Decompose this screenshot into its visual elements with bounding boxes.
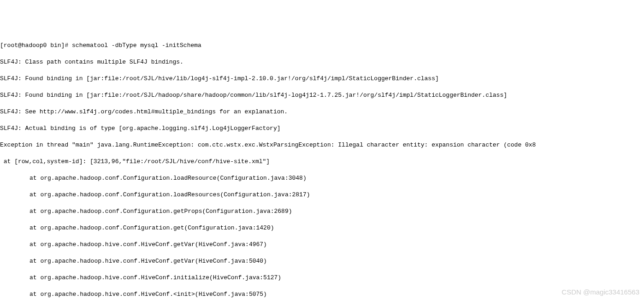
log-line: SLF4J: Found binding in [jar:file:/root/… (0, 75, 644, 83)
stack-frame: at org.apache.hadoop.conf.Configuration.… (0, 207, 644, 216)
exception-line: Exception in thread "main" java.lang.Run… (0, 141, 644, 149)
stack-frame: at org.apache.hadoop.conf.Configuration.… (0, 191, 644, 199)
stack-frame: at org.apache.hadoop.conf.Configuration.… (0, 224, 644, 232)
stack-frame: at org.apache.hadoop.hive.conf.HiveConf.… (0, 290, 644, 299)
log-line: SLF4J: See http://www.slf4j.org/codes.ht… (0, 108, 644, 116)
terminal-output: [root@hadoop0 bin]# schematool -dbType m… (0, 33, 644, 300)
stack-frame: at org.apache.hadoop.hive.conf.HiveConf.… (0, 241, 644, 249)
stack-frame: at org.apache.hadoop.conf.Configuration.… (0, 174, 644, 182)
stack-frame: at org.apache.hadoop.hive.conf.HiveConf.… (0, 257, 644, 265)
shell-prompt: [root@hadoop0 bin]# (0, 42, 72, 49)
stack-frame: at org.apache.hadoop.hive.conf.HiveConf.… (0, 274, 644, 282)
exception-location: at [row,col,system-id]: [3213,96,"file:/… (0, 158, 644, 166)
command-text: schematool -dbType mysql -initSchema (72, 42, 201, 49)
watermark: CSDN @magic33416563 (561, 288, 639, 296)
log-line: SLF4J: Found binding in [jar:file:/root/… (0, 91, 644, 100)
log-line: SLF4J: Class path contains multiple SLF4… (0, 58, 644, 66)
command-line: [root@hadoop0 bin]# schematool -dbType m… (0, 41, 644, 50)
log-line: SLF4J: Actual binding is of type [org.ap… (0, 124, 644, 133)
